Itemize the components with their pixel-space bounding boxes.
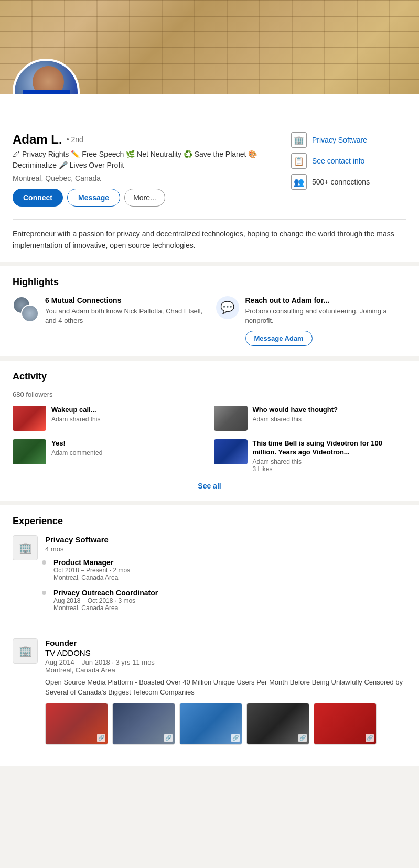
highlights-section: Highlights 6 Mutual Connections You and … [0, 266, 419, 356]
role-location: Montreal, Canada Area [53, 604, 406, 612]
activity-thumbnail [13, 439, 46, 464]
connections-meta: 👥 500+ connections [291, 174, 406, 190]
experience-item: 🏢 Privacy Software 4 mos Product Manager… [13, 535, 406, 619]
role-dates: Oct 2018 – Present · 2 mos [53, 567, 406, 574]
activity-item[interactable]: Yes! Adam commented [13, 439, 206, 473]
message-adam-button[interactable]: Message Adam [245, 331, 313, 346]
exp-description: Open Source Media Platform - Boasted Ove… [45, 677, 406, 698]
media-thumb-3[interactable]: 🔗 [179, 703, 242, 745]
link-icon: 🔗 [97, 734, 105, 742]
company-logo: 🏢 [13, 535, 38, 560]
link-icon: 🔗 [366, 734, 374, 742]
experience-section: Experience 🏢 Privacy Software 4 mos Prod… [0, 505, 419, 766]
link-icon: 🔗 [298, 734, 307, 742]
exp-role: Product Manager Oct 2018 – Present · 2 m… [53, 558, 406, 581]
role-founder: Founder [45, 638, 406, 647]
activity-meta-4: Adam shared this [253, 458, 407, 465]
see-all-link[interactable]: See all [198, 482, 221, 490]
activity-thumbnail [214, 439, 248, 464]
link-icon: 🔗 [164, 734, 173, 742]
activity-meta-1: Adam shared this [51, 416, 100, 423]
activity-title-3: Yes! [51, 439, 102, 448]
profile-location: Montreal, Quebec, Canada [13, 174, 291, 182]
mutual-title: 6 Mutual Connections [45, 296, 203, 305]
media-thumb-4[interactable]: 🔗 [246, 703, 309, 745]
cover-photo: ✡ [0, 0, 419, 94]
exp-duration: 4 mos [45, 545, 406, 553]
reach-out-desc: Probono consulting and volunteering, Joi… [245, 307, 407, 326]
mutual-avatars [13, 296, 39, 322]
role-location: Montreal, Canada Area [53, 574, 406, 581]
profile-headline: 🖊 Privacy Rights ✏️ Free Speech 🌿 Net Ne… [13, 149, 291, 171]
company-label: Privacy Software [312, 136, 367, 144]
building-icon: 🏢 [291, 132, 307, 148]
company-name-tvaddons: TV ADDONS [45, 648, 406, 657]
profile-name: Adam L. [13, 132, 62, 147]
role-title: Privacy Outreach Coordinator [53, 589, 406, 597]
activity-item[interactable]: Wakeup call... Adam shared this [13, 406, 206, 431]
exp-role: Privacy Outreach Coordinator Aug 2018 – … [53, 589, 406, 612]
more-button[interactable]: More... [124, 189, 165, 207]
followers-count: 680 followers [13, 390, 406, 398]
avatar: ✡ [13, 59, 80, 94]
activity-meta-2: Adam shared this [253, 416, 338, 423]
link-icon: 🔗 [231, 734, 240, 742]
activity-item[interactable]: Who would have thought? Adam shared this [214, 406, 407, 431]
activity-title: Activity [13, 371, 406, 382]
chat-icon: 💬 [216, 296, 239, 319]
activity-likes-4: 3 Likes [253, 465, 407, 473]
media-thumb-2[interactable]: 🔗 [112, 703, 175, 745]
highlights-title: Highlights [13, 277, 406, 288]
reach-out: 💬 Reach out to Adam for... Probono consu… [216, 296, 407, 346]
activity-section: Activity 680 followers Wakeup call... Ad… [0, 361, 419, 501]
role-title: Product Manager [53, 558, 406, 567]
media-thumb-1[interactable]: 🔗 [45, 703, 108, 745]
activity-item[interactable]: This time Bell is suing Videotron for 10… [214, 439, 407, 473]
experience-title: Experience [13, 516, 406, 527]
reach-out-title: Reach out to Adam for... [245, 296, 407, 305]
activity-title-4: This time Bell is suing Videotron for 10… [253, 439, 407, 457]
activity-title-1: Wakeup call... [51, 406, 100, 415]
exp-dates-tvaddons: Aug 2014 – Jun 2018 · 3 yrs 11 mos [45, 658, 406, 666]
company-name: Privacy Software [45, 535, 406, 544]
message-button[interactable]: Message [67, 189, 120, 207]
company-logo: 🏢 [13, 638, 38, 664]
contact-meta[interactable]: 📋 See contact info [291, 153, 406, 169]
connections-label: 500+ connections [312, 178, 370, 186]
degree-badge: • 2nd [67, 135, 83, 144]
people-icon: 👥 [291, 174, 307, 190]
activity-meta-3: Adam commented [51, 449, 102, 457]
media-thumb-5[interactable]: 🔗 [314, 703, 377, 745]
contact-icon: 📋 [291, 153, 307, 169]
activity-title-2: Who would have thought? [253, 406, 338, 415]
experience-item: 🏢 Founder TV ADDONS Aug 2014 – Jun 2018 … [13, 638, 406, 745]
about-text: Entrepreneur with a passion for privacy … [13, 228, 406, 252]
contact-label: See contact info [312, 157, 364, 165]
exp-location-tvaddons: Montreal, Canada Area [45, 666, 406, 674]
activity-thumbnail [214, 406, 248, 431]
activity-thumbnail [13, 406, 46, 431]
company-meta: 🏢 Privacy Software [291, 132, 406, 148]
role-dates: Aug 2018 – Oct 2018 · 3 mos [53, 597, 406, 604]
mutual-connections: 6 Mutual Connections You and Adam both k… [13, 296, 203, 346]
connect-button[interactable]: Connect [13, 189, 63, 207]
mutual-desc: You and Adam both know Nick Pallotta, Ch… [45, 307, 203, 326]
